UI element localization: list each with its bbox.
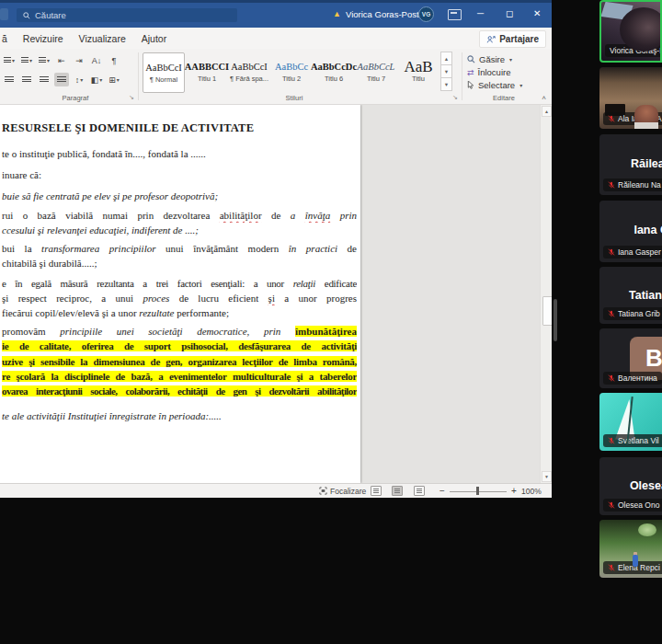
style-chip[interactable]: AaBbCcI¶ Fără spa... xyxy=(229,52,269,91)
zoom-level[interactable]: 100% xyxy=(521,487,542,496)
participant-name-text: Elena Repci xyxy=(618,563,660,572)
align-center-button[interactable] xyxy=(19,73,34,86)
text-segment: a unor progres xyxy=(275,293,357,304)
scrollbar-thumb[interactable] xyxy=(542,296,553,326)
document-line: inuare că: xyxy=(2,167,357,182)
participant-display-name: Răileanu xyxy=(599,157,662,170)
styles-dialog-launcher-icon[interactable]: ↘ xyxy=(452,94,458,101)
minimize-button[interactable]: ─ xyxy=(477,7,484,20)
participant-tile[interactable]: Iana GaIana Gasper xyxy=(599,201,662,262)
borders-button[interactable]: ⊞▾ xyxy=(107,73,121,86)
zoom-in-button[interactable]: + xyxy=(511,486,517,496)
menu-tab[interactable]: Ajutor xyxy=(142,33,166,44)
style-preview: AaBbCcDc xyxy=(311,62,357,73)
participant-tile[interactable]: Olesea OOlesea Ono xyxy=(599,457,662,515)
close-button[interactable]: ✕ xyxy=(533,7,541,20)
collapse-ribbon-icon[interactable]: ˄ xyxy=(542,94,546,102)
participant-tile[interactable]: RăileanuRăileanu Na xyxy=(599,134,662,195)
align-left-button[interactable] xyxy=(2,73,17,86)
participant-tile[interactable]: Ala Ianeco A xyxy=(599,67,662,129)
word-window: Căutare ▲ Viorica Goras-Postica VG ─ ◻ ✕… xyxy=(0,0,552,498)
muted-mic-icon xyxy=(608,310,615,317)
text-segment: în practici xyxy=(289,243,337,254)
bullet-list-button[interactable]: ▾ xyxy=(2,53,17,67)
menu-tab[interactable]: ă xyxy=(2,33,7,44)
line-spacing-icon: ↕ xyxy=(75,75,80,85)
select-icon xyxy=(467,81,474,89)
quick-access-icon[interactable] xyxy=(0,8,8,20)
menu-tab[interactable]: Revizuire xyxy=(23,33,63,44)
participant-tile[interactable]: Svetlana Vil xyxy=(599,393,662,451)
participant-tile[interactable]: Viorica Goraş-P xyxy=(599,0,662,63)
text-segment: edificate xyxy=(315,278,357,289)
document-scrollbar[interactable]: ▲ ▼ xyxy=(540,105,552,483)
style-chip[interactable]: AaBTitlu xyxy=(398,52,439,91)
document-line: chitabilă şi durabilă.....; xyxy=(2,256,357,270)
style-chip[interactable]: AaBbCcLTitlu 7 xyxy=(356,52,396,91)
search-input[interactable]: Căutare xyxy=(17,8,237,22)
read-mode-button[interactable] xyxy=(371,486,382,496)
sidebar-scrollbar[interactable] xyxy=(554,299,557,341)
align-right-icon xyxy=(40,76,49,84)
focus-mode-button[interactable]: Focalizare xyxy=(319,487,366,496)
participant-name-label: Tatiana Grib xyxy=(603,307,662,320)
multilevel-list-icon xyxy=(39,57,46,64)
numbered-list-button[interactable]: ▾ xyxy=(19,53,34,67)
line-spacing-button[interactable]: ↕▾ xyxy=(72,73,86,86)
paragraph-marks-button[interactable]: ¶ xyxy=(107,53,121,67)
style-label: Titlu xyxy=(412,75,425,83)
style-label: Titlu 7 xyxy=(367,75,385,83)
menu-tab[interactable]: Vizualizare xyxy=(79,33,126,44)
style-chip[interactable]: AABBCCITitlu 1 xyxy=(187,52,227,91)
chevron-down-icon: ▾ xyxy=(509,56,512,63)
scroll-down-icon[interactable]: ▼ xyxy=(542,471,552,482)
align-right-button[interactable] xyxy=(37,73,51,86)
text-segment: principiile unei societăţi democratice, … xyxy=(60,326,295,337)
shading-icon: ◧ xyxy=(91,75,99,85)
web-layout-button[interactable] xyxy=(414,486,425,496)
participant-display-name: Olesea O xyxy=(599,479,662,492)
styles-scroll-icon[interactable]: ▼ xyxy=(440,77,452,91)
maximize-button[interactable]: ◻ xyxy=(506,7,513,20)
paragraph-dialog-launcher-icon[interactable]: ↘ xyxy=(129,94,134,101)
replace-button[interactable]: ⇄Înlocuire xyxy=(467,65,544,78)
select-button[interactable]: Selectare▾ xyxy=(467,78,544,91)
text-segment: prin xyxy=(330,210,357,221)
styles-scroll-icon[interactable]: ▲ xyxy=(440,52,452,65)
participant-name-text: Svetlana Vil xyxy=(618,436,659,445)
multilevel-list-button[interactable]: ▾ xyxy=(37,53,51,67)
editing-group-label: Editare xyxy=(476,94,531,102)
find-button[interactable]: Găsire▾ xyxy=(467,52,544,65)
increase-indent-button[interactable]: ⇥ xyxy=(72,53,86,67)
participant-tile[interactable]: Tatiana GTatiana Grib xyxy=(599,267,662,324)
warning-icon[interactable]: ▲ xyxy=(333,0,341,28)
styles-scroll-icon[interactable]: ▼ xyxy=(440,64,452,78)
style-chip[interactable]: AaBbCcI¶ Normal xyxy=(143,52,185,93)
muted-mic-icon xyxy=(608,115,615,122)
document-text: RESURSELE ŞI DOMENIILE DE ACTIVITATEte o… xyxy=(2,105,357,423)
text-segment: ovarea interacţiunii sociale, colaborări… xyxy=(2,385,357,397)
sort-button[interactable]: A↓ xyxy=(89,53,104,67)
decrease-indent-button[interactable]: ⇤ xyxy=(54,53,69,67)
print-layout-button[interactable] xyxy=(392,486,403,496)
shading-button[interactable]: ◧▾ xyxy=(89,73,104,86)
document-user-name: Viorica Goras-Postica xyxy=(346,0,430,28)
scroll-up-icon[interactable]: ▲ xyxy=(542,106,552,117)
justify-button[interactable] xyxy=(54,73,69,86)
styles-group-label: Stiluri xyxy=(267,94,322,102)
document-line: uzive şi sensibile la dimensiunea de gen… xyxy=(2,354,357,369)
participant-tile[interactable]: Elena Repci xyxy=(599,520,662,578)
participant-tile[interactable]: ВВалентина xyxy=(599,328,662,388)
style-chip[interactable]: AaBbCcDcTitlu 6 xyxy=(314,52,354,91)
user-avatar-badge[interactable]: VG xyxy=(418,6,434,22)
share-button[interactable]: Partajare xyxy=(479,30,546,48)
text-segment: de lucru eficient xyxy=(169,293,268,304)
share-icon xyxy=(486,35,496,44)
document-page[interactable]: RESURSELE ŞI DOMENIILE DE ACTIVITATEte o… xyxy=(0,105,360,483)
zoom-slider-thumb[interactable] xyxy=(476,487,479,495)
zoom-out-button[interactable]: − xyxy=(439,486,445,496)
style-chip[interactable]: AaBbCcTitlu 2 xyxy=(271,52,312,91)
text-segment: e în egală măsură rezultanta a trei fact… xyxy=(2,278,293,289)
ribbon-display-options-icon[interactable] xyxy=(448,9,462,20)
paragraph-group-label: Paragraf xyxy=(48,94,103,102)
